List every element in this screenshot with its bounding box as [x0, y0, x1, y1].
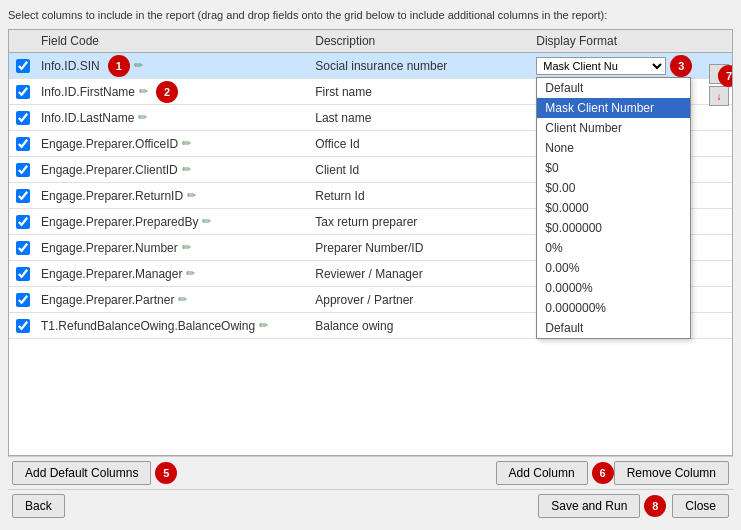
add-column-button[interactable]: Add Column: [496, 461, 588, 485]
edit-icon[interactable]: ✏: [139, 85, 148, 98]
edit-icon[interactable]: ✏: [186, 267, 195, 280]
save-run-button[interactable]: Save and Run: [538, 494, 640, 518]
row-field-code: Engage.Preparer.ClientID✏: [37, 163, 311, 177]
row-checkbox[interactable]: [16, 137, 30, 151]
dropdown-option[interactable]: 0%: [537, 238, 690, 258]
dropdown-option[interactable]: $0.0000: [537, 198, 690, 218]
row-checkbox-cell: [9, 59, 37, 73]
row-checkbox[interactable]: [16, 241, 30, 255]
dropdown-option[interactable]: 0.0000%: [537, 278, 690, 298]
field-code-text: Engage.Preparer.Manager: [41, 267, 182, 281]
bottom-action-row: Add Default Columns 5 Add Column 6 Remov…: [8, 456, 733, 489]
header-field-col: Field Code: [37, 34, 311, 48]
badge-1: 1: [108, 55, 130, 77]
back-button[interactable]: Back: [12, 494, 65, 518]
field-code-text: Info.ID.FirstName: [41, 85, 135, 99]
row-field-code: Engage.Preparer.ReturnID✏: [37, 189, 311, 203]
row-checkbox-cell: [9, 293, 37, 307]
row-checkbox-cell: [9, 267, 37, 281]
row-field-code: Engage.Preparer.Manager✏: [37, 267, 311, 281]
row-description: Tax return preparer: [311, 215, 532, 229]
edit-icon[interactable]: ✏: [178, 293, 187, 306]
row-checkbox-cell: [9, 319, 37, 333]
row-checkbox[interactable]: [16, 85, 30, 99]
format-select[interactable]: Mask Client Nu: [536, 57, 666, 75]
edit-icon[interactable]: ✏: [182, 163, 191, 176]
row-checkbox-cell: [9, 85, 37, 99]
edit-icon[interactable]: ✏: [182, 241, 191, 254]
field-code-text: Engage.Preparer.PreparedBy: [41, 215, 198, 229]
remove-column-wrapper: Remove Column: [614, 461, 729, 485]
edit-icon[interactable]: ✏: [134, 59, 143, 72]
row-description: Preparer Number/ID: [311, 241, 532, 255]
row-checkbox[interactable]: [16, 59, 30, 73]
row-description: Approver / Partner: [311, 293, 532, 307]
save-run-wrapper: Save and Run 8: [538, 494, 666, 518]
grid-body: Info.ID.SIN1✏Social insurance numberMask…: [9, 53, 732, 455]
field-code-text: T1.RefundBalanceOwing.BalanceOwing: [41, 319, 255, 333]
dropdown-option[interactable]: $0.000000: [537, 218, 690, 238]
row-checkbox-cell: [9, 137, 37, 151]
row-description: Client Id: [311, 163, 532, 177]
header-desc-col: Description: [311, 34, 532, 48]
edit-icon[interactable]: ✏: [182, 137, 191, 150]
row-checkbox-cell: [9, 189, 37, 203]
field-code-text: Engage.Preparer.OfficeID: [41, 137, 178, 151]
edit-icon[interactable]: ✏: [187, 189, 196, 202]
row-checkbox-cell: [9, 163, 37, 177]
dropdown-option[interactable]: Default: [537, 318, 690, 338]
row-checkbox-cell: [9, 215, 37, 229]
add-default-button[interactable]: Add Default Columns: [12, 461, 151, 485]
row-checkbox[interactable]: [16, 215, 30, 229]
field-code-text: Info.ID.LastName: [41, 111, 134, 125]
badge-5: 5: [155, 462, 177, 484]
row-checkbox[interactable]: [16, 267, 30, 281]
row-format-cell: Mask Client Nu3DefaultMask Client Number…: [532, 55, 732, 77]
dropdown-option[interactable]: $0: [537, 158, 690, 178]
row-checkbox[interactable]: [16, 111, 30, 125]
dropdown-option[interactable]: None: [537, 138, 690, 158]
close-button[interactable]: Close: [672, 494, 729, 518]
header-format-col: Display Format: [532, 34, 732, 48]
row-checkbox[interactable]: [16, 293, 30, 307]
grid-header: Field Code Description Display Format: [9, 30, 732, 53]
badge-6: 6: [592, 462, 614, 484]
dropdown-option[interactable]: Mask Client Number: [537, 98, 690, 118]
dropdown-option[interactable]: Default: [537, 78, 690, 98]
row-field-code: Engage.Preparer.Number✏: [37, 241, 311, 255]
table-row[interactable]: Info.ID.SIN1✏Social insurance numberMask…: [9, 53, 732, 79]
badge-3: 3: [670, 55, 692, 77]
row-checkbox[interactable]: [16, 319, 30, 333]
add-column-wrapper: Add Column 6: [496, 461, 614, 485]
row-description: Reviewer / Manager: [311, 267, 532, 281]
row-checkbox[interactable]: [16, 189, 30, 203]
field-code-text: Engage.Preparer.Number: [41, 241, 178, 255]
main-grid-panel: Field Code Description Display Format In…: [8, 29, 733, 456]
dropdown-option[interactable]: 0.000000%: [537, 298, 690, 318]
edit-icon[interactable]: ✏: [138, 111, 147, 124]
field-code-text: Engage.Preparer.ReturnID: [41, 189, 183, 203]
badge-7: 7: [718, 65, 732, 87]
row-field-code: Info.ID.FirstName✏2: [37, 81, 311, 103]
edit-icon[interactable]: ✏: [259, 319, 268, 332]
move-down-button[interactable]: ↓: [709, 86, 729, 106]
row-checkbox[interactable]: [16, 163, 30, 177]
footer-row: Back Save and Run 8 Close: [8, 489, 733, 522]
dropdown-option[interactable]: Client Number: [537, 118, 690, 138]
row-field-code: T1.RefundBalanceOwing.BalanceOwing✏: [37, 319, 311, 333]
field-code-text: Engage.Preparer.Partner: [41, 293, 174, 307]
row-field-code: Info.ID.LastName✏: [37, 111, 311, 125]
row-field-code: Info.ID.SIN1✏: [37, 55, 311, 77]
row-description: Last name: [311, 111, 532, 125]
dropdown-option[interactable]: 0.00%: [537, 258, 690, 278]
row-field-code: Engage.Preparer.Partner✏: [37, 293, 311, 307]
field-code-text: Engage.Preparer.ClientID: [41, 163, 178, 177]
row-description: Return Id: [311, 189, 532, 203]
remove-column-button[interactable]: Remove Column: [614, 461, 729, 485]
edit-icon[interactable]: ✏: [202, 215, 211, 228]
dropdown-option[interactable]: $0.00: [537, 178, 690, 198]
badge-2: 2: [156, 81, 178, 103]
row-checkbox-cell: [9, 111, 37, 125]
row-checkbox-cell: [9, 241, 37, 255]
row-description: First name: [311, 85, 532, 99]
